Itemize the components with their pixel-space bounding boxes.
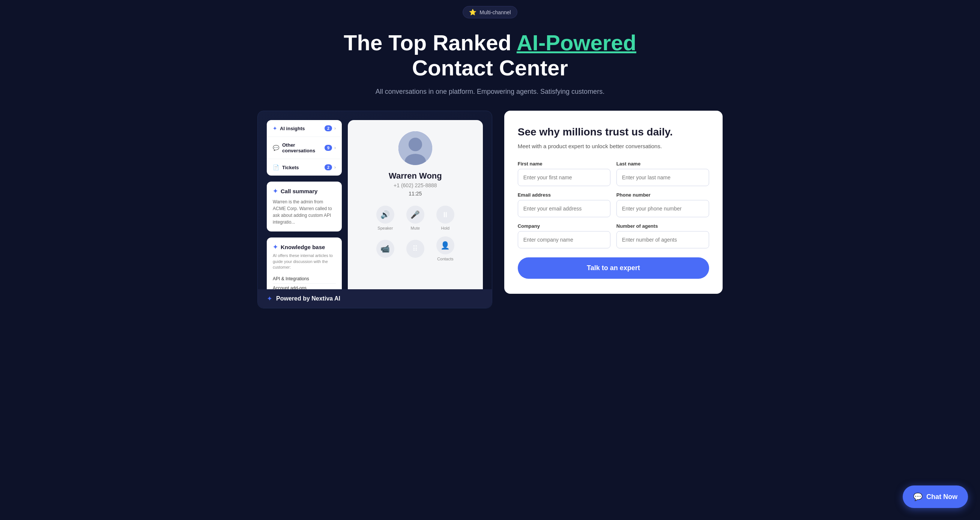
agents-input[interactable] <box>616 231 709 248</box>
contacts-control[interactable]: 👤 Contacts <box>436 236 454 261</box>
last-name-input[interactable] <box>616 169 709 186</box>
company-label: Company <box>518 223 611 229</box>
call-summary-text: Warren is the admin from ACME Corp. Warr… <box>273 199 336 226</box>
form-subtext: Meet with a product expert to unlock bet… <box>518 142 709 151</box>
tickets-badge: 2 <box>325 164 332 170</box>
badge-label: Multi-channel <box>479 10 511 15</box>
sidebar-item-other-conversations[interactable]: 💬 Other conversations 9 › <box>267 137 342 159</box>
sidebar-item-ai-insights[interactable]: ✦ AI insights 2 › <box>267 120 342 137</box>
dialpad-control[interactable]: ⠿ <box>406 240 424 258</box>
last-name-label: Last name <box>616 161 709 167</box>
speaker-label: Speaker <box>377 226 393 231</box>
powered-by-text: Powered by Nextiva AI <box>276 295 340 302</box>
mute-label: Mute <box>411 226 420 231</box>
knowledge-base-desc: AI offers these internal articles to gui… <box>273 253 336 270</box>
call-summary-sparkle-icon: ✦ <box>273 188 278 195</box>
knowledge-link-api[interactable]: API & Integrations <box>273 274 336 284</box>
hero-subtitle: All conversations in one platform. Empow… <box>8 88 972 96</box>
sidebar-item-tickets[interactable]: 📄 Tickets 2 › <box>267 159 342 176</box>
sidebar-tickets-label: Tickets <box>282 165 299 170</box>
first-name-label: First name <box>518 161 611 167</box>
caller-avatar <box>398 131 432 165</box>
company-group: Company <box>518 223 611 248</box>
name-row: First name Last name <box>518 161 709 186</box>
agents-label: Number of agents <box>616 223 709 229</box>
contacts-label: Contacts <box>437 257 453 261</box>
chevron-right-icon-3: › <box>334 165 336 170</box>
demo-call-panel: Warren Wong +1 (602) 225-8888 11:25 🔊 Sp… <box>348 120 483 308</box>
hero-title-accent: AI-Powered <box>517 30 636 55</box>
sidebar-card: ✦ AI insights 2 › 💬 Other conversations <box>267 120 342 176</box>
speaker-control[interactable]: 🔊 Speaker <box>376 205 395 231</box>
speaker-icon: 🔊 <box>376 205 395 224</box>
mute-icon: 🎤 <box>406 205 424 224</box>
call-summary-title: Call summary <box>281 188 317 194</box>
chat-now-icon: 💬 <box>913 492 923 501</box>
mute-control[interactable]: 🎤 Mute <box>406 205 424 231</box>
svg-point-1 <box>409 138 422 151</box>
hold-control[interactable]: ⏸ Hold <box>436 205 454 231</box>
call-controls-row2: 📹 ⠿ 👤 Contacts <box>376 236 454 261</box>
knowledge-base-title: Knowledge base <box>281 244 325 250</box>
dialpad-icon: ⠿ <box>406 240 424 258</box>
chat-now-label: Chat Now <box>926 493 958 501</box>
hero-title-part1: The Top Ranked <box>344 30 517 55</box>
hero-section: The Top Ranked AI-Powered Contact Center… <box>0 21 980 111</box>
ai-sparkle-icon: ✦ <box>273 126 277 131</box>
top-badge-container: ⭐ Multi-channel <box>0 0 980 21</box>
main-content: ✦ AI insights 2 › 💬 Other conversations <box>228 111 752 331</box>
phone-input[interactable] <box>616 200 709 217</box>
hero-title-part2: Contact Center <box>412 56 568 80</box>
company-input[interactable] <box>518 231 611 248</box>
demo-panel: ✦ AI insights 2 › 💬 Other conversations <box>258 111 492 308</box>
ai-insights-badge: 2 <box>325 125 332 131</box>
phone-group: Phone number <box>616 192 709 217</box>
knowledge-sparkle-icon: ✦ <box>273 243 278 251</box>
call-time: 11:25 <box>409 191 422 197</box>
powered-by-bar: ✦ Powered by Nextiva AI <box>258 289 492 308</box>
other-conv-badge: 9 <box>325 145 332 151</box>
chevron-right-icon-2: › <box>334 145 336 151</box>
talk-to-expert-button[interactable]: Talk to an expert <box>518 258 709 279</box>
email-input[interactable] <box>518 200 611 217</box>
caller-phone: +1 (602) 225-8888 <box>394 182 437 188</box>
sidebar-other-conv-label: Other conversations <box>282 142 325 153</box>
form-panel: See why millions trust us daily. Meet wi… <box>504 111 722 294</box>
company-row: Company Number of agents <box>518 223 709 248</box>
first-name-group: First name <box>518 161 611 186</box>
chevron-right-icon: › <box>334 126 336 131</box>
star-icon: ⭐ <box>469 9 476 16</box>
hero-title: The Top Ranked AI-Powered Contact Center <box>8 30 972 80</box>
agents-group: Number of agents <box>616 223 709 248</box>
demo-sidebar: ✦ AI insights 2 › 💬 Other conversations <box>267 120 342 308</box>
call-controls-row1: 🔊 Speaker 🎤 Mute ⏸ Hold <box>376 205 454 231</box>
sidebar-ai-insights-label: AI insights <box>280 126 305 131</box>
chat-bubble-icon: 💬 <box>273 145 279 151</box>
video-icon: 📹 <box>376 240 395 258</box>
chat-now-button[interactable]: 💬 Chat Now <box>903 485 968 508</box>
contact-row: Email address Phone number <box>518 192 709 217</box>
call-summary-card: ✦ Call summary Warren is the admin from … <box>267 181 342 232</box>
contacts-icon: 👤 <box>436 236 454 254</box>
caller-name: Warren Wong <box>389 171 442 181</box>
multi-channel-badge: ⭐ Multi-channel <box>463 6 517 18</box>
hold-label: Hold <box>441 226 450 231</box>
email-group: Email address <box>518 192 611 217</box>
hold-icon: ⏸ <box>436 205 454 224</box>
email-label: Email address <box>518 192 611 198</box>
ticket-icon: 📄 <box>273 164 279 170</box>
demo-inner: ✦ AI insights 2 › 💬 Other conversations <box>258 111 492 308</box>
form-headline: See why millions trust us daily. <box>518 126 709 138</box>
phone-label: Phone number <box>616 192 709 198</box>
last-name-group: Last name <box>616 161 709 186</box>
first-name-input[interactable] <box>518 169 611 186</box>
video-control[interactable]: 📹 <box>376 240 395 258</box>
nextiva-sparkle-icon: ✦ <box>267 294 272 303</box>
caller-avatar-svg <box>398 131 432 165</box>
